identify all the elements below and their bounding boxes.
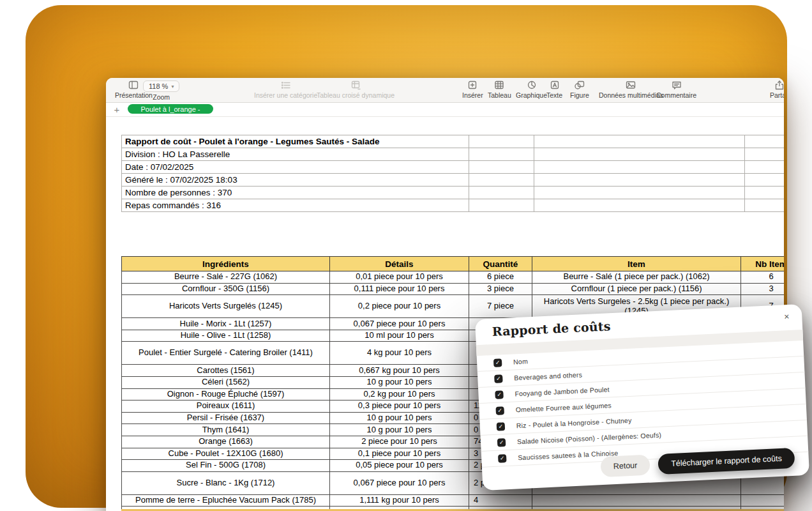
empty-cell[interactable] (745, 148, 785, 161)
col-header-ingredients[interactable]: Ingrédients (122, 257, 330, 271)
details-cell[interactable]: 0,01 piece pour 10 pers (330, 271, 469, 284)
ingredient-cell[interactable]: Huile - Morix - 1Lt (1257) (122, 318, 330, 330)
info-cell[interactable]: Généré le : 07/02/2025 18:03 (122, 174, 469, 187)
details-cell[interactable]: 0,2 piece pour 10 pers (330, 295, 469, 318)
insert-button[interactable]: Insérer (462, 80, 483, 99)
nbitem-cell[interactable]: 3 (741, 283, 785, 295)
checkbox-checked-icon[interactable]: ✓ (493, 358, 502, 367)
chevron-down-icon: ▾ (171, 84, 174, 89)
empty-cell[interactable] (534, 199, 745, 212)
checkbox-checked-icon[interactable]: ✓ (495, 406, 504, 415)
checkbox-checked-icon[interactable]: ✓ (497, 422, 506, 431)
checklist-item-label: Nom (513, 357, 528, 365)
table-button[interactable]: Tableau (488, 80, 511, 99)
item-cell[interactable]: Cornflour (1 piece per pack.) (1156) (532, 283, 741, 295)
table-icon (493, 80, 505, 90)
details-cell[interactable]: 10 ml pour 10 pers (330, 330, 469, 342)
empty-cell[interactable] (745, 174, 785, 187)
empty-cell[interactable] (469, 199, 534, 212)
ingredient-cell[interactable]: Cornflour - 350G (1156) (122, 283, 330, 295)
checkbox-checked-icon[interactable]: ✓ (498, 454, 507, 463)
chart-button[interactable]: Graphique (516, 80, 547, 99)
empty-cell[interactable] (469, 135, 534, 148)
ingredient-cell[interactable]: Oignon - Rouge Épluché (1597) (122, 388, 330, 400)
ingredient-cell[interactable]: Cube - Poulet - 12X10G (1680) (122, 448, 330, 460)
checkbox-checked-icon[interactable]: ✓ (497, 438, 506, 447)
ingredient-cell[interactable]: Persil - Frisée (1637) (122, 412, 330, 424)
ingredient-cell[interactable]: Huile - Olive - 1Lt (1258) (122, 330, 330, 342)
empty-cell[interactable] (745, 199, 785, 212)
empty-cell[interactable] (469, 187, 534, 199)
ingredient-cell[interactable]: Haricots Verts Surgelés (1245) (122, 295, 330, 318)
empty-cell[interactable] (745, 187, 785, 199)
empty-cell[interactable] (534, 187, 745, 199)
ingredient-cell[interactable]: Beurre - Salé - 227G (1062) (122, 271, 330, 284)
ingredient-cell[interactable]: Céleri (1562) (122, 376, 330, 388)
shapes-icon (574, 80, 585, 90)
ingredient-cell[interactable]: Poireaux (1611) (122, 400, 330, 413)
ingredient-cell[interactable]: Thym (1641) (122, 424, 330, 436)
quantity-cell[interactable]: 4 (469, 494, 532, 507)
details-cell[interactable]: 10 g pour 10 pers (330, 424, 469, 436)
zoom-value-box[interactable]: 118 % ▾ (143, 80, 179, 92)
details-cell[interactable]: 2 piece pour 10 pers (330, 436, 469, 448)
details-cell[interactable]: 4 kg pour 10 pers (330, 342, 469, 365)
info-cell[interactable]: Rapport de coût - Poulet à l'orange - Le… (122, 135, 469, 148)
col-header-item[interactable]: Item (532, 257, 741, 271)
info-cell[interactable]: Repas commandés : 316 (122, 199, 469, 212)
ingredient-cell[interactable]: Carottes (1561) (122, 365, 330, 377)
info-cell[interactable]: Date : 07/02/2025 (122, 161, 469, 174)
col-header-quantity[interactable]: Quantité (469, 257, 532, 271)
add-sheet-button[interactable]: + (111, 103, 123, 115)
sheet-tab-active[interactable]: Poulet à l_orange - (128, 104, 213, 114)
empty-cell[interactable] (745, 161, 785, 174)
ingredient-cell[interactable]: Pomme de terre - Epluchée Vacuum Pack (1… (122, 494, 330, 507)
empty-cell[interactable] (469, 161, 534, 174)
text-button[interactable]: Texte (546, 80, 562, 99)
back-button[interactable]: Retour (600, 455, 650, 478)
shape-button[interactable]: Figure (570, 80, 589, 99)
nbitem-cell[interactable] (741, 494, 785, 507)
close-icon[interactable]: × (781, 311, 792, 322)
nbitem-cell[interactable]: 6 (741, 271, 785, 284)
info-cell[interactable]: Nombre de personnes : 370 (122, 187, 469, 199)
ingredient-cell[interactable]: Sucre - Blanc - 1Kg (1712) (122, 471, 330, 494)
item-cell[interactable]: Beurre - Salé (1 piece per pack.) (1062) (532, 271, 741, 284)
ingredient-cell[interactable]: Poulet - Entier Surgelé - Catering Broil… (122, 342, 330, 365)
empty-cell[interactable] (469, 148, 534, 161)
info-row: Nombre de personnes : 370 (122, 187, 785, 199)
details-cell[interactable]: 1,111 kg pour 10 pers (330, 494, 469, 507)
details-cell[interactable]: 0,05 piece pour 10 pers (330, 460, 469, 472)
empty-cell[interactable] (534, 135, 745, 148)
quantity-cell[interactable]: 7 piece (469, 295, 532, 318)
empty-cell[interactable] (469, 174, 534, 187)
quantity-cell[interactable]: 3 piece (469, 283, 532, 295)
table-header-row: Ingrédients Détails Quantité Item Nb Ite… (122, 257, 785, 271)
item-cell[interactable] (532, 494, 741, 507)
empty-cell[interactable] (534, 174, 745, 187)
share-button[interactable]: Partag (770, 80, 784, 99)
empty-cell[interactable] (745, 135, 785, 148)
details-cell[interactable]: 0,667 kg pour 10 pers (330, 365, 469, 377)
details-cell[interactable]: 0,067 piece pour 10 pers (330, 471, 469, 494)
col-header-details[interactable]: Détails (330, 257, 469, 271)
checkbox-checked-icon[interactable]: ✓ (494, 374, 503, 383)
comment-button[interactable]: Commentaire (656, 80, 696, 99)
details-cell[interactable]: 10 g pour 10 pers (330, 412, 469, 424)
checkbox-checked-icon[interactable]: ✓ (495, 390, 504, 399)
quantity-cell[interactable]: 6 piece (469, 271, 532, 284)
details-cell[interactable]: 0,111 piece pour 10 pers (330, 283, 469, 295)
info-cell[interactable]: Division : HO La Passerelle (122, 148, 469, 161)
details-cell[interactable]: 10 g pour 10 pers (330, 376, 469, 388)
col-header-nbitem[interactable]: Nb Item (741, 257, 785, 271)
media-button[interactable]: Données multimédias (599, 80, 663, 99)
details-cell[interactable]: 0,1 piece pour 10 pers (330, 448, 469, 460)
empty-cell[interactable] (534, 148, 745, 161)
details-cell[interactable]: 0,3 piece pour 10 pers (330, 400, 469, 413)
details-cell[interactable]: 0,2 kg pour 10 pers (330, 388, 469, 400)
zoom-control[interactable]: 118 % ▾ Zoom (143, 80, 179, 101)
empty-cell[interactable] (534, 161, 745, 174)
ingredient-cell[interactable]: Sel Fin - 500G (1708) (122, 460, 330, 472)
details-cell[interactable]: 0,067 piece pour 10 pers (330, 318, 469, 330)
ingredient-cell[interactable]: Orange (1663) (122, 436, 330, 448)
